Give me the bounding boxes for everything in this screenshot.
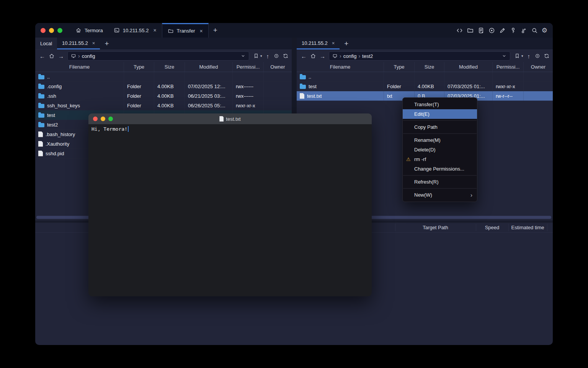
minimize-window-button[interactable] xyxy=(49,28,54,33)
refresh-icon[interactable] xyxy=(283,53,289,59)
column-header[interactable]: Estimated time xyxy=(508,223,547,232)
menu-item-edit[interactable]: Edit(E) xyxy=(403,109,477,119)
new-tab-button[interactable]: + xyxy=(209,23,222,38)
forward-icon[interactable]: → xyxy=(57,53,65,59)
bookmark-icon[interactable] xyxy=(253,53,259,59)
home-icon xyxy=(75,27,82,33)
keychain-icon[interactable] xyxy=(520,27,528,34)
column-header[interactable]: Permissi... xyxy=(493,62,524,72)
table-row[interactable]: .. xyxy=(35,72,292,82)
tab-transfer[interactable]: Transfer × xyxy=(162,23,209,38)
column-header[interactable]: Modified xyxy=(444,62,493,72)
table-row[interactable]: test Folder 4.00KB 07/03/2025 01:... rwx… xyxy=(297,82,553,91)
editor-zoom-button[interactable] xyxy=(108,117,113,121)
column-header[interactable]: Speed xyxy=(476,223,508,232)
column-header[interactable]: Size xyxy=(415,62,444,72)
parent-directory-icon[interactable]: ↑ xyxy=(265,53,271,59)
editor-titlebar[interactable]: test.txt xyxy=(88,113,372,124)
close-icon[interactable]: × xyxy=(153,27,156,33)
tab-host[interactable]: 10.211.55.2 × xyxy=(108,23,162,38)
parent-directory-icon[interactable]: ↑ xyxy=(526,53,532,59)
menu-item-rm-rf[interactable]: ⚠ rm -rf xyxy=(403,154,477,164)
left-panel-toolbar: ← → › config ▾ ↑ xyxy=(35,50,292,62)
column-header[interactable]: Size xyxy=(154,62,185,72)
path-separator: › xyxy=(358,53,360,59)
cell-size xyxy=(154,72,185,81)
filename: .bash_history xyxy=(46,131,75,137)
left-new-tab-button[interactable]: + xyxy=(100,38,113,49)
column-header[interactable]: Owner xyxy=(524,62,553,72)
table-row[interactable]: .. xyxy=(297,72,553,82)
menu-item-rename[interactable]: Rename(M) xyxy=(403,135,477,145)
filename: .. xyxy=(47,74,50,80)
column-header[interactable]: Owner xyxy=(264,62,292,72)
menu-item-transfer[interactable]: Transfer(T) xyxy=(403,100,477,109)
tab-right-host[interactable]: 10.211.55.2 × xyxy=(297,38,340,49)
warning-icon: ⚠ xyxy=(406,156,411,162)
traffic-lights xyxy=(35,23,70,38)
zoom-window-button[interactable] xyxy=(57,28,62,33)
key-icon[interactable] xyxy=(510,27,517,34)
menu-item-new[interactable]: New(W) › xyxy=(403,190,477,200)
back-icon[interactable]: ← xyxy=(38,53,46,59)
column-header[interactable]: Modified xyxy=(185,62,233,72)
column-header[interactable]: Permissi... xyxy=(233,62,264,72)
menu-item-copy-path[interactable]: Copy Path xyxy=(403,122,477,132)
left-path-bar[interactable]: › config xyxy=(67,51,249,61)
folder-icon[interactable] xyxy=(467,27,474,34)
bookmark-caret-icon[interactable]: ▾ xyxy=(521,54,523,58)
column-header[interactable]: Filename xyxy=(297,62,384,72)
column-header[interactable]: Type xyxy=(384,62,415,72)
tab-left-host[interactable]: 10.211.55.2 × xyxy=(57,38,100,49)
close-icon[interactable]: × xyxy=(92,40,95,46)
filename: .Xauthority xyxy=(46,141,69,147)
tab-label: 10.211.55.2 xyxy=(62,40,88,46)
bookmark-caret-icon[interactable]: ▾ xyxy=(260,54,262,58)
file-icon xyxy=(219,116,224,122)
menu-item-change-permissions[interactable]: Change Permissions... xyxy=(403,164,477,174)
home-icon[interactable] xyxy=(49,53,55,59)
tab-termora[interactable]: Termora xyxy=(70,23,108,38)
refresh-icon[interactable] xyxy=(544,53,550,59)
menu-item-delete[interactable]: Delete(D) xyxy=(403,145,477,154)
path-segment[interactable]: config xyxy=(343,53,357,59)
editor-content[interactable]: Hi, Termora! xyxy=(88,124,372,296)
pencil-icon[interactable] xyxy=(499,27,506,34)
settings-icon[interactable]: ⚙ xyxy=(542,27,547,34)
left-table-header: Filename Type Size Modified Permissi... … xyxy=(35,62,292,72)
close-window-button[interactable] xyxy=(41,28,46,33)
log-icon[interactable] xyxy=(477,27,485,34)
show-hidden-icon[interactable] xyxy=(534,53,541,59)
menu-item-refresh[interactable]: Refresh(R) xyxy=(403,177,477,187)
back-icon[interactable]: ← xyxy=(300,53,308,59)
table-row[interactable]: .config Folder 4.00KB 07/02/2025 12:... … xyxy=(35,82,292,91)
show-hidden-icon[interactable] xyxy=(273,53,279,59)
editor-close-button[interactable] xyxy=(93,117,98,121)
path-segment[interactable]: config xyxy=(82,53,95,59)
tab-label: Transfer xyxy=(177,28,195,34)
column-header[interactable]: Filename xyxy=(35,62,124,72)
cell-owner xyxy=(264,72,292,81)
close-icon[interactable]: × xyxy=(332,40,335,46)
cell-modified: 07/03/2025 01:... xyxy=(444,82,493,91)
table-row[interactable]: .ssh Folder 4.00KB 06/21/2025 03:... rwx… xyxy=(35,91,292,101)
forward-icon[interactable]: → xyxy=(318,53,327,59)
right-path-bar[interactable]: › config › test2 xyxy=(329,51,510,61)
right-new-tab-button[interactable]: + xyxy=(340,38,353,49)
search-icon[interactable] xyxy=(531,27,538,34)
chevron-down-icon[interactable] xyxy=(240,53,246,59)
bookmark-icon[interactable] xyxy=(514,53,520,59)
editor-minimize-button[interactable] xyxy=(101,117,105,121)
column-header[interactable]: Type xyxy=(124,62,154,72)
code-icon[interactable] xyxy=(456,27,463,34)
path-segment[interactable]: test2 xyxy=(362,53,373,59)
chevron-down-icon[interactable] xyxy=(501,53,507,59)
path-separator: › xyxy=(340,53,341,59)
home-icon[interactable] xyxy=(310,53,316,59)
close-icon[interactable]: × xyxy=(200,28,203,34)
tab-label: 10.211.55.2 xyxy=(302,40,328,46)
column-header[interactable]: Target Path xyxy=(395,223,476,232)
tab-local[interactable]: Local xyxy=(35,38,57,49)
table-row[interactable]: ssh_host_keys Folder 4.00KB 06/26/2025 0… xyxy=(35,101,292,110)
record-icon[interactable] xyxy=(488,27,495,34)
